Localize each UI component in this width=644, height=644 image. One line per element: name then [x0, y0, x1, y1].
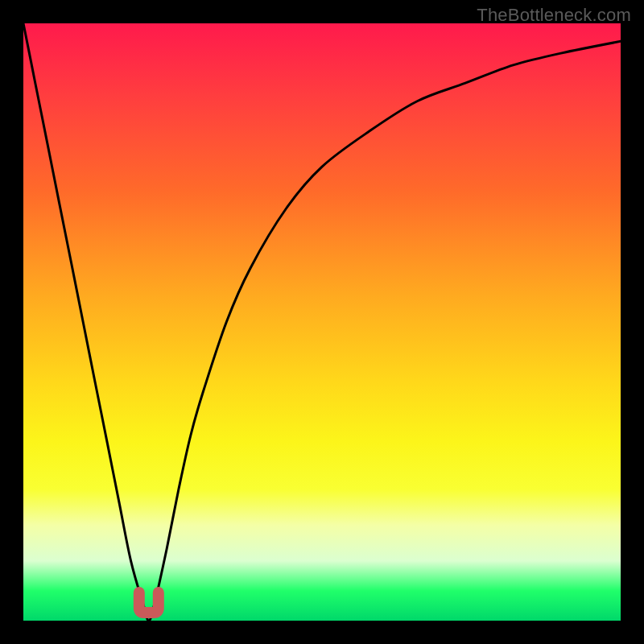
- bottleneck-curve: [23, 23, 621, 621]
- chart-frame: TheBottleneck.com: [0, 0, 644, 644]
- curve-svg: [23, 23, 621, 621]
- plot-area: [23, 23, 621, 621]
- minimum-marker: [139, 592, 159, 613]
